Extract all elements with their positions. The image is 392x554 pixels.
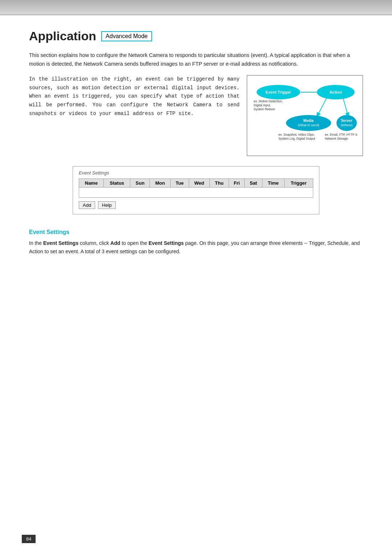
top-divider — [0, 15, 392, 15]
svg-text:Media: Media — [303, 119, 314, 123]
event-settings-legend: Event Settings — [79, 170, 313, 176]
col-tue: Tue — [170, 178, 189, 187]
svg-line-8 — [317, 98, 327, 117]
event-table: Name Status Sun Mon Tue Wed Thu Fri Sat … — [79, 178, 313, 198]
col-fri: Fri — [229, 178, 245, 187]
page-number: 84 — [22, 535, 36, 543]
col-name: Name — [79, 178, 104, 187]
diagram-box: Event Trigger — [247, 75, 363, 156]
advanced-mode-badge: Advanced Mode — [101, 31, 152, 41]
event-settings-heading: Event Settings — [29, 229, 363, 235]
diagram-text: In the illustration on the right, an eve… — [29, 75, 240, 156]
intro-paragraph: This section explains how to configure t… — [29, 51, 363, 69]
event-settings-container: Event Settings Name Status Sun Mon Tue W… — [73, 166, 319, 214]
table-buttons: Add Help — [79, 201, 313, 209]
col-sun: Sun — [130, 178, 150, 187]
event-settings-desc: In the Event Settings column, click Add … — [29, 239, 363, 256]
svg-text:Digital Input,: Digital Input, — [254, 103, 271, 107]
svg-text:Event Trigger: Event Trigger — [266, 90, 291, 94]
col-thu: Thu — [210, 178, 229, 187]
page-title: Application — [29, 29, 96, 43]
content: Application Advanced Mode This section e… — [29, 29, 363, 256]
col-sat: Sat — [245, 178, 262, 187]
svg-text:System Reboot: System Reboot — [254, 107, 275, 111]
diagram-section: In the illustration on the right, an eve… — [29, 75, 363, 156]
svg-line-9 — [343, 98, 348, 117]
svg-text:System Log, Digital Output: System Log, Digital Output — [278, 137, 315, 140]
diagram-svg: Event Trigger — [252, 81, 358, 150]
svg-point-13 — [336, 115, 357, 131]
col-wed: Wed — [189, 178, 209, 187]
col-status: Status — [103, 178, 130, 187]
svg-text:(Where): (Where) — [341, 123, 353, 127]
svg-text:(What to send): (What to send) — [298, 123, 319, 127]
svg-text:ex. Snapshot, Video Clips,: ex. Snapshot, Video Clips, — [278, 133, 315, 136]
svg-text:Network Storage.: Network Storage. — [325, 137, 349, 140]
svg-point-10 — [286, 115, 331, 131]
add-button[interactable]: Add — [79, 201, 95, 209]
top-bar — [0, 0, 392, 15]
svg-text:ex. Motion Detection,: ex. Motion Detection, — [254, 99, 283, 103]
svg-text:Server: Server — [341, 119, 352, 123]
table-empty-row — [79, 187, 313, 197]
page-wrapper: Application Advanced Mode This section e… — [0, 0, 392, 554]
col-trigger: Trigger — [284, 178, 313, 187]
svg-text:ex. Email, FTP, HTTP Server,: ex. Email, FTP, HTTP Server, — [325, 133, 358, 136]
col-time: Time — [262, 178, 284, 187]
page-title-row: Application Advanced Mode — [29, 29, 363, 43]
col-mon: Mon — [150, 178, 171, 187]
help-button[interactable]: Help — [98, 201, 116, 209]
table-header-row: Name Status Sun Mon Tue Wed Thu Fri Sat … — [79, 178, 313, 187]
svg-text:Action: Action — [330, 90, 342, 94]
event-settings-section: Event Settings In the Event Settings col… — [29, 229, 363, 256]
